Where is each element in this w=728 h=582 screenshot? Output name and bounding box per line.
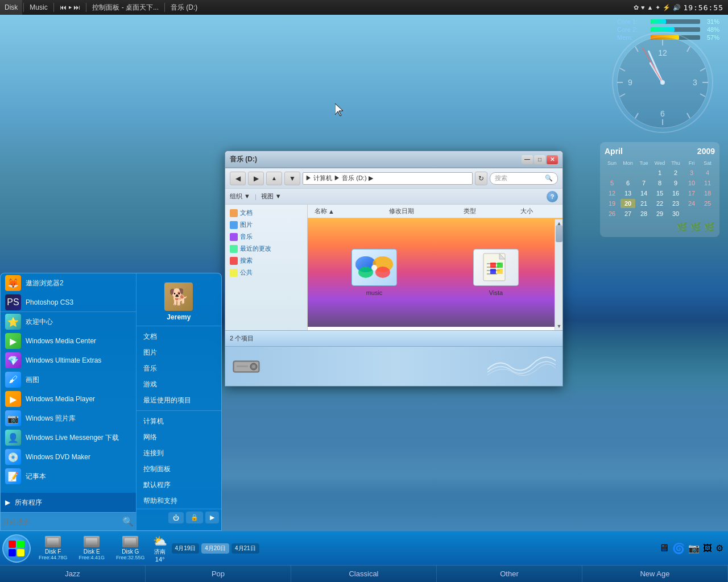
menu-item-paint[interactable]: 🖌 画图: [1, 370, 136, 389]
forward-button[interactable]: ▶: [248, 172, 264, 185]
cal-day[interactable]: 8: [652, 178, 667, 188]
refresh-button[interactable]: ↻: [475, 172, 487, 185]
cal-day[interactable]: 14: [636, 189, 651, 198]
cal-day[interactable]: 25: [700, 199, 715, 208]
col-name[interactable]: 名称 ▲: [312, 206, 387, 217]
cal-day[interactable]: 16: [668, 189, 683, 198]
date-apr21[interactable]: 4月21日: [231, 543, 259, 554]
sidebar-music[interactable]: 音乐: [225, 231, 307, 243]
menu-help[interactable]: 帮助和支持: [136, 493, 221, 509]
tray-icon-4[interactable]: ✦: [655, 4, 660, 11]
cal-day[interactable]: 2: [668, 168, 683, 177]
cal-day[interactable]: [636, 168, 651, 177]
cal-day[interactable]: 15: [652, 189, 667, 198]
sidebar-public[interactable]: 公共: [225, 267, 307, 278]
cal-day[interactable]: 1: [652, 168, 667, 177]
scrollbar[interactable]: ▼ ▲: [555, 219, 562, 330]
cal-day[interactable]: 4: [700, 168, 715, 177]
all-programs-button[interactable]: ▶ 所有程序: [1, 493, 136, 512]
arrow-button[interactable]: ▶: [205, 512, 219, 523]
cal-day[interactable]: 22: [652, 199, 667, 208]
menu-controlpanel[interactable]: 控制面板: [136, 461, 221, 477]
menu-item-extras[interactable]: 💎 Windows Ultimate Extras: [1, 351, 136, 370]
scroll-down-arrow[interactable]: ▼: [556, 323, 562, 329]
cal-day[interactable]: 13: [621, 189, 635, 198]
cal-day[interactable]: 21: [636, 199, 651, 208]
cal-day[interactable]: 9: [668, 178, 683, 188]
scroll-up-arrow[interactable]: ▲: [556, 221, 562, 226]
menu-music[interactable]: 音乐: [136, 360, 221, 376]
cal-day[interactable]: 30: [668, 209, 683, 218]
cal-day[interactable]: 17: [684, 189, 699, 198]
tray-icon-1[interactable]: ✿: [634, 4, 639, 11]
genre-pop[interactable]: Pop: [146, 566, 291, 582]
music-folder[interactable]: music: [351, 249, 397, 296]
menu-item-dvdmaker[interactable]: 💿 Windows DVD Maker: [1, 447, 136, 467]
window-maximize-button[interactable]: □: [534, 155, 545, 164]
genre-newage[interactable]: New Age: [582, 566, 728, 582]
cal-day[interactable]: 6: [621, 178, 635, 188]
tray-icon-2[interactable]: ♥: [641, 4, 645, 11]
cal-day-today[interactable]: 20: [621, 199, 635, 208]
taskbar-disk-e[interactable]: Disk E Free:4.41G: [75, 535, 110, 562]
search-box[interactable]: 搜索 🔍: [490, 172, 558, 185]
genre-jazz[interactable]: Jazz: [0, 566, 146, 582]
menu-item-photogallery[interactable]: 📷 Windows 照片库: [1, 409, 136, 428]
menu-documents[interactable]: 文档: [136, 329, 221, 344]
menu-item-messenger[interactable]: 👤 Windows Live Messenger 下载: [1, 428, 136, 447]
tray-icon-3[interactable]: ▲: [647, 4, 653, 11]
menu-item-notepad[interactable]: 📝 记事本: [1, 467, 136, 486]
organize-button[interactable]: 组织 ▼: [230, 192, 250, 201]
window-close-button[interactable]: ✕: [547, 155, 558, 164]
cal-day[interactable]: 27: [621, 209, 635, 218]
menu-item-mediaplayer[interactable]: ▶ Windows Media Player: [1, 389, 136, 409]
up-button[interactable]: ▲: [266, 172, 282, 185]
info-button[interactable]: ?: [547, 191, 558, 202]
cal-day[interactable]: 24: [684, 199, 699, 208]
tray-icon-5[interactable]: ⚡: [663, 4, 671, 11]
cal-day[interactable]: 3: [684, 168, 699, 177]
start-button[interactable]: [2, 534, 31, 563]
back-button[interactable]: ◀: [230, 172, 246, 185]
cal-day[interactable]: 19: [605, 199, 619, 208]
menu-item-browser[interactable]: 🦊 遨游浏览器2: [1, 273, 136, 293]
cal-day[interactable]: 10: [684, 178, 699, 188]
cal-day[interactable]: 5: [605, 178, 619, 188]
music-drive-item[interactable]: 音乐 (D:): [166, 0, 202, 15]
menu-connect[interactable]: 连接到: [136, 445, 221, 461]
vista-folder[interactable]: Vista: [473, 249, 519, 296]
col-type[interactable]: 类型: [461, 206, 518, 217]
cal-day[interactable]: 28: [636, 209, 651, 218]
window-minimize-button[interactable]: —: [522, 155, 533, 164]
cal-day[interactable]: 26: [605, 209, 619, 218]
start-search-bar[interactable]: 🔍: [1, 512, 136, 530]
menu-network[interactable]: 网络: [136, 429, 221, 445]
menu-item-welcome[interactable]: ⭐ 欢迎中心: [1, 312, 136, 331]
menu-recent[interactable]: 最近使用的项目: [136, 392, 221, 408]
tray-icon-6[interactable]: 🔊: [673, 4, 681, 11]
sidebar-pictures[interactable]: 图片: [225, 219, 307, 231]
menu-games[interactable]: 游戏: [136, 376, 221, 392]
date-apr19[interactable]: 4月19日: [172, 543, 200, 554]
lock-button[interactable]: 🔒: [186, 512, 203, 523]
menu-item-mediacenter[interactable]: ▶ Windows Media Center: [1, 331, 136, 351]
cal-day[interactable]: 18: [700, 189, 715, 198]
media-controls[interactable]: ⏮ ▶ ⏭: [55, 0, 85, 15]
menu-pictures[interactable]: 图片: [136, 344, 221, 360]
address-bar[interactable]: ▶ 计算机 ▶ 音乐 (D:) ▶: [303, 172, 473, 185]
taskbar-disk-g[interactable]: Disk G Free:32.55G: [111, 535, 150, 562]
genre-classical[interactable]: Classical: [291, 566, 437, 582]
cal-day[interactable]: [605, 168, 619, 177]
sidebar-recent[interactable]: 最近的更改: [225, 243, 307, 255]
taskbar-icon-2[interactable]: 🌀: [672, 542, 685, 555]
top-disk-item[interactable]: Disk: [0, 0, 22, 15]
scroll-thumb[interactable]: [556, 225, 562, 242]
cal-day[interactable]: [621, 168, 635, 177]
cal-day[interactable]: 11: [700, 178, 715, 188]
col-modified[interactable]: 修改日期: [387, 206, 461, 217]
sidebar-search[interactable]: 搜索: [225, 255, 307, 267]
cal-day[interactable]: [684, 209, 699, 218]
control-panel-item[interactable]: 控制面板 - 桌面天下...: [88, 0, 163, 15]
date-apr20[interactable]: 4月20日: [201, 543, 229, 554]
taskbar-icon-3[interactable]: 📷: [688, 543, 700, 554]
